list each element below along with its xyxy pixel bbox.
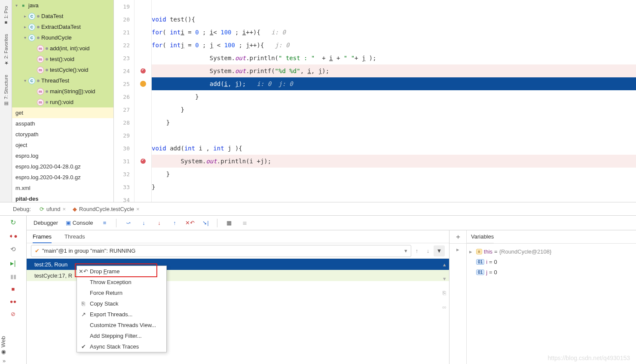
tab-web[interactable]: ◉ Web (0, 332, 12, 360)
pause-icon[interactable]: ▮▮ (10, 273, 16, 280)
code-line[interactable]: void add(int i , int j ){ (152, 142, 636, 155)
scroll-up-icon[interactable]: ▴ (443, 261, 446, 268)
code-content[interactable]: void test(){ for( int i = 0 ; i< 100 ; i… (152, 0, 636, 202)
rerun-icon[interactable]: ↻ (10, 218, 16, 226)
tab-structure[interactable]: ▤ 7: Structure (3, 70, 9, 111)
tree-file-item[interactable]: pital-des (12, 193, 113, 202)
code-line[interactable]: } (152, 168, 636, 180)
expand-arrow-icon[interactable]: ▸ (22, 24, 28, 30)
tree-node[interactable]: ▾CRoundCycle (12, 32, 113, 43)
refresh-icon[interactable]: ⟲ (10, 245, 16, 253)
code-editor[interactable]: 19202122232425262728293031323334 void te… (114, 0, 636, 202)
variable-row[interactable]: 01 i = 0 (469, 257, 636, 267)
tree-node[interactable]: madd(int, int):void (12, 43, 113, 54)
code-line[interactable]: System.out.println(i +j); (152, 155, 636, 168)
filter-icon[interactable]: ▼ (434, 245, 445, 257)
code-line[interactable] (152, 129, 636, 142)
thread-selector[interactable]: ✔ "main"@1 in group "main": RUNNING ▾ (31, 245, 411, 257)
code-line[interactable]: } (152, 180, 636, 193)
menu-item[interactable]: Throw Exception (77, 277, 166, 288)
evaluate-expression-icon[interactable]: ▦ (225, 219, 233, 227)
frames-tab[interactable]: Frames (33, 233, 52, 243)
expand-icon[interactable]: ▸ (456, 246, 459, 253)
drop-frame-icon[interactable]: ✕↶ (186, 219, 194, 227)
menu-item[interactable]: Force Return (77, 288, 166, 298)
expand-arrow-icon[interactable]: ▾ (22, 35, 28, 40)
code-line[interactable]: add(i, j); i: 0 j: 0 (152, 77, 636, 90)
code-line[interactable]: System.out.println(" test : " + i + " "+… (152, 52, 636, 64)
expand-arrow-icon[interactable]: ▾ (14, 3, 19, 8)
step-into-icon[interactable]: ↓ (140, 219, 147, 227)
debug-tab-roundcycle[interactable]: ◆ RoundCycle.testCycle× (69, 206, 143, 212)
close-icon[interactable]: × (62, 206, 66, 212)
expand-arrow-icon[interactable]: ▸ (469, 248, 474, 255)
variable-row[interactable]: ▸≡ this = {RoundCycle@2108} (469, 246, 636, 257)
toggle-breakpoint-icon[interactable]: ➧● (9, 232, 17, 239)
expand-arrow-icon[interactable]: ▾ (22, 78, 28, 83)
tree-node[interactable]: mrun():void (12, 97, 113, 107)
debugger-tab[interactable]: Debugger (34, 220, 58, 226)
layout-icon[interactable]: ≡ (101, 219, 108, 227)
tree-file-item[interactable]: ctorypath (12, 129, 113, 140)
run-to-cursor-icon[interactable]: ➘| (202, 219, 209, 227)
tree-file-item[interactable]: get (12, 107, 113, 118)
tree-node[interactable]: ▸CDataTest (12, 11, 113, 21)
expand-arrow-icon[interactable]: ▸ (22, 14, 28, 19)
code-line[interactable]: } (152, 90, 636, 103)
step-over-icon[interactable]: ⤻ (124, 219, 132, 227)
tree-node[interactable]: ▾■java (12, 0, 113, 11)
link-icon[interactable]: ∞ (442, 304, 446, 310)
gutter-icons[interactable] (135, 0, 152, 202)
prev-frame-icon[interactable]: ↑ (411, 245, 422, 257)
modified-dot-icon (37, 80, 40, 82)
trace-current-icon[interactable]: ≣ (241, 219, 248, 227)
code-line[interactable]: } (152, 116, 636, 129)
menu-item[interactable]: ✔Async Stack Traces (77, 341, 166, 352)
stop-icon[interactable]: ■ (12, 286, 15, 292)
code-line[interactable]: void test(){ (152, 13, 636, 26)
force-step-into-icon[interactable]: ↓ (155, 219, 163, 227)
breakpoint-icon[interactable] (141, 159, 146, 164)
tree-node[interactable]: ▸CExtractDataTest (12, 21, 113, 32)
code-line[interactable] (152, 0, 636, 13)
mute-breakpoints-icon[interactable]: ⊘ (11, 311, 15, 317)
breakpoint-icon[interactable] (141, 68, 146, 73)
tree-node[interactable]: mmain(String[]):void (12, 86, 113, 97)
tree-file-item[interactable]: espro.log (12, 150, 113, 161)
intention-bulb-icon[interactable] (140, 81, 146, 87)
tree-file-item[interactable]: oject (12, 140, 113, 150)
menu-item[interactable]: ↗Export Threads... (77, 309, 166, 320)
tab-project[interactable]: ■ 1: Pro (3, 2, 9, 30)
variables-list[interactable]: ▸≡ this = {RoundCycle@2108}01 i = 001 j … (467, 244, 636, 364)
step-out-icon[interactable]: ↑ (171, 219, 178, 227)
tree-file-item[interactable]: m.xml (12, 183, 113, 193)
threads-tab[interactable]: Threads (64, 233, 85, 240)
tree-node[interactable]: mtest():void (12, 54, 113, 64)
menu-item[interactable]: Add Stepping Filter... (77, 330, 166, 341)
menu-item[interactable]: ✕↶Drop Frame (77, 266, 166, 277)
console-tab[interactable]: ▣ Console (66, 220, 93, 226)
copy-icon[interactable]: ⎘ (443, 290, 446, 296)
close-icon[interactable]: × (136, 206, 140, 212)
code-line[interactable]: } (152, 103, 636, 116)
frame-context-menu[interactable]: ✕↶Drop FrameThrow ExceptionForce Return⎘… (76, 266, 167, 352)
view-breakpoints-icon[interactable]: ●● (10, 298, 17, 305)
resume-icon[interactable]: ▸| (10, 259, 15, 267)
tree-file-item[interactable]: espro.log.2020-04-29.0.gz (12, 172, 113, 183)
tab-favorites[interactable]: ★ 2: Favorites (3, 30, 9, 70)
tree-node[interactable]: mtestCycle():void (12, 64, 113, 75)
code-line[interactable]: for( int i = 0 ; i< 100 ; i++){ i: 0 (152, 26, 636, 39)
code-line[interactable]: System.out.printf("%d %d", i, j); (152, 64, 636, 77)
tree-file-item[interactable]: asspath (12, 118, 113, 129)
add-watch-icon[interactable]: ＋ (455, 232, 462, 242)
tree-file-item[interactable]: espro.log.2020-04-28.0.gz (12, 161, 113, 172)
tree-node[interactable]: ▾CThreadTest (12, 75, 113, 86)
menu-item[interactable]: ⎘Copy Stack (77, 298, 166, 309)
scroll-down-icon[interactable]: ▾ (443, 275, 446, 282)
code-line[interactable]: for( int j = 0 ; j < 100 ; j++){ j: 0 (152, 39, 636, 52)
menu-item[interactable]: Customize Threads View... (77, 320, 166, 330)
variable-row[interactable]: 01 j = 0 (469, 267, 636, 277)
next-frame-icon[interactable]: ↓ (422, 245, 434, 257)
debug-tab-ufund[interactable]: ⟳ ufund× (36, 206, 69, 212)
collapse-icon[interactable]: » (3, 358, 6, 364)
